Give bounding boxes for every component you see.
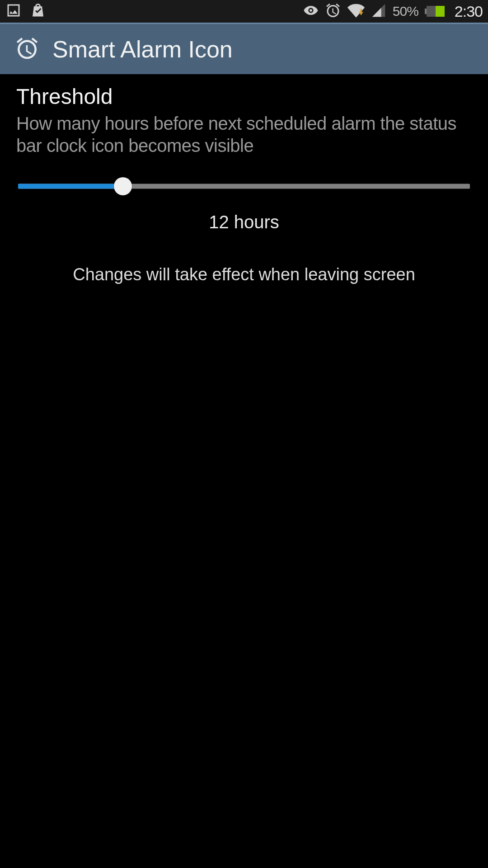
threshold-description: How many hours before next scheduled ala… [16,113,472,157]
shopping-bag-check-icon [30,2,46,20]
slider-fill [18,184,123,189]
threshold-value: 12 hours [16,212,472,232]
wifi-icon [347,2,365,21]
svg-point-0 [310,9,312,12]
page-title: Smart Alarm Icon [52,36,233,63]
threshold-slider[interactable] [16,175,472,198]
picture-icon [5,2,22,20]
content: Threshold How many hours before next sch… [0,74,488,284]
status-notifications [5,2,46,20]
status-clock: 2:30 [455,3,483,20]
alarm-clock-icon [14,36,40,63]
status-system: 50% 2:30 [303,2,483,21]
signal-icon [371,3,386,20]
alarm-icon [325,2,341,20]
battery-percent: 50% [393,4,418,19]
threshold-hint: Changes will take effect when leaving sc… [16,265,472,284]
action-bar: Smart Alarm Icon [0,23,488,74]
status-bar: 50% 2:30 [0,0,488,23]
battery-icon [425,6,445,17]
slider-thumb[interactable] [114,177,132,195]
threshold-title: Threshold [16,84,472,109]
eye-icon [303,3,319,20]
